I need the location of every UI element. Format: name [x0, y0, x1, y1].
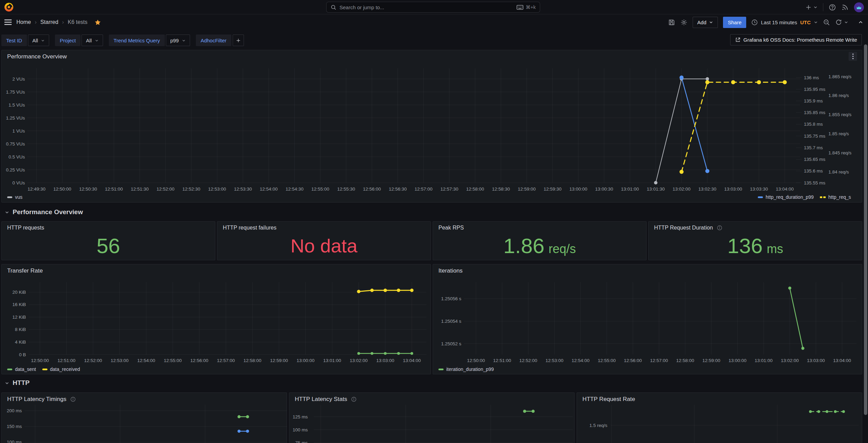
section-http[interactable]: HTTP — [5, 379, 30, 387]
legend-swatch — [438, 369, 444, 370]
chevron-down-icon — [5, 210, 9, 214]
top-nav-bar: Search or jump to... ⌘+k — [0, 0, 868, 14]
panel-title[interactable]: Peak RPS — [438, 225, 464, 231]
external-link-icon — [735, 37, 741, 43]
panel-performance-overview: Performance Overview vus http_req_durati… — [1, 50, 862, 203]
variable-label-project[interactable]: Project — [55, 34, 81, 46]
panel-transfer-rate: Transfer Rate data_sent data_received — [1, 264, 431, 374]
stat-value: 56 — [2, 232, 215, 260]
variable-trend-metrics-query: Trend Metrics Query p99 — [109, 34, 190, 46]
legend-right: http_req_duration_p99 http_req_s — [758, 194, 851, 200]
panel-title[interactable]: HTTP request failures — [223, 225, 276, 231]
info-icon[interactable] — [70, 397, 76, 402]
variable-project: Project All — [55, 34, 103, 46]
variable-label-trend-metrics-query[interactable]: Trend Metrics Query — [109, 34, 165, 46]
collapse-caret-icon[interactable] — [858, 20, 863, 25]
stat-value: 1.86req/s — [433, 232, 646, 260]
variables-row: Test ID All Project All Trend Metrics Qu… — [1, 34, 244, 46]
add-button[interactable]: Add — [693, 17, 718, 28]
breadcrumb-starred[interactable]: Starred — [40, 19, 58, 25]
panel-title[interactable]: HTTP Request Rate — [582, 396, 635, 403]
legend: data_sent data_received — [7, 366, 80, 372]
breadcrumb-separator: › — [35, 19, 37, 26]
panel-http-request-failures: HTTP request failures No data — [217, 221, 431, 260]
search-shortcut: ⌘+k — [517, 4, 536, 10]
add-filter-button[interactable] — [233, 34, 244, 46]
chevron-down-icon — [5, 381, 9, 385]
breadcrumb-current: K6 tests — [68, 19, 88, 25]
refresh-icon[interactable] — [835, 19, 848, 26]
timezone-label: UTC — [800, 19, 811, 25]
panel-menu-kebab-icon[interactable] — [849, 52, 857, 61]
panel-title[interactable]: Transfer Rate — [7, 267, 43, 274]
breadcrumb-home[interactable]: Home — [16, 19, 31, 25]
help-icon[interactable] — [829, 4, 836, 11]
panel-http-latency-timings: HTTP Latency Timings — [1, 392, 287, 443]
panel-iterations: Iterations iteration_duration_p99 — [433, 264, 862, 374]
panel-title[interactable]: HTTP Request Duration — [654, 225, 722, 231]
variable-value-trend-metrics-query[interactable]: p99 — [166, 34, 190, 46]
panel-title[interactable]: HTTP Latency Stats — [295, 396, 357, 403]
legend-swatch — [42, 369, 47, 370]
section-performance-overview[interactable]: Performance Overview — [5, 208, 83, 216]
dashboard-toolbar: Add Share Last 15 minutes UTC — [668, 15, 863, 30]
search-placeholder: Search or jump to... — [339, 4, 513, 10]
user-avatar[interactable] — [854, 2, 864, 12]
docs-link-button[interactable]: Grafana k6 OSS Docs: Prometheus Remote W… — [730, 34, 862, 45]
news-rss-icon[interactable] — [841, 4, 849, 11]
variable-test-id: Test ID All — [1, 34, 49, 46]
legend: vus — [7, 194, 23, 200]
add-icon[interactable] — [805, 4, 818, 11]
panel-http-requests: HTTP requests 56 — [1, 221, 215, 260]
time-range-picker[interactable]: Last 15 minutes UTC — [751, 19, 818, 26]
grafana-logo[interactable] — [4, 2, 14, 12]
info-icon[interactable] — [717, 225, 722, 231]
panel-peak-rps: Peak RPS 1.86req/s — [433, 221, 647, 260]
legend-swatch — [758, 196, 763, 198]
settings-gear-icon[interactable] — [680, 19, 688, 26]
legend-item-vus[interactable]: vus — [7, 194, 23, 200]
panel-http-latency-stats: HTTP Latency Stats — [289, 392, 575, 443]
panel-http-request-duration: HTTP Request Duration 136ms — [648, 221, 862, 260]
adhoc-filter: AdhocFilter — [196, 34, 244, 46]
breadcrumb-separator: › — [62, 19, 64, 26]
panel-http-request-rate: HTTP Request Rate — [577, 392, 862, 443]
legend-item-data-received[interactable]: data_received — [42, 366, 80, 372]
scrollbar-thumb[interactable] — [864, 44, 867, 415]
variable-label-test-id[interactable]: Test ID — [1, 34, 27, 46]
adhoc-filter-label[interactable]: AdhocFilter — [196, 34, 231, 46]
top-nav-actions — [805, 0, 864, 14]
chevron-down-icon — [95, 39, 99, 42]
zoom-out-icon[interactable] — [823, 19, 830, 26]
stat-value: 136ms — [649, 232, 862, 260]
keyboard-icon — [517, 5, 523, 10]
divider — [823, 3, 823, 11]
legend-item-http-req-duration[interactable]: http_req_duration_p99 — [758, 194, 814, 200]
breadcrumb: Home › Starred › K6 tests — [16, 19, 87, 26]
chevron-down-icon — [814, 20, 818, 24]
menu-hamburger-icon[interactable] — [4, 19, 12, 25]
clock-icon — [751, 19, 758, 26]
legend-item-iteration-duration[interactable]: iteration_duration_p99 — [438, 366, 494, 372]
panel-title[interactable]: Performance Overview — [7, 53, 67, 60]
scrollbar-track[interactable] — [863, 14, 868, 443]
variable-value-project[interactable]: All — [82, 34, 103, 46]
legend-item-http-req-s[interactable]: http_req_s — [820, 194, 851, 200]
info-icon[interactable] — [351, 397, 357, 402]
favorite-star-icon[interactable] — [95, 19, 101, 26]
legend-swatch — [820, 196, 826, 198]
variable-value-test-id[interactable]: All — [28, 34, 49, 46]
search-input[interactable]: Search or jump to... ⌘+k — [326, 2, 540, 13]
panel-title[interactable]: HTTP Latency Timings — [7, 396, 76, 403]
legend-swatch — [7, 369, 12, 370]
save-dashboard-icon[interactable] — [668, 19, 675, 26]
legend: iteration_duration_p99 — [438, 366, 494, 372]
share-button[interactable]: Share — [723, 17, 746, 28]
panel-title[interactable]: HTTP requests — [7, 225, 44, 231]
legend-item-data-sent[interactable]: data_sent — [7, 366, 36, 372]
search-icon — [331, 4, 336, 10]
panel-title[interactable]: Iterations — [438, 267, 463, 274]
chevron-down-icon — [182, 39, 186, 42]
time-range-label: Last 15 minutes — [761, 19, 797, 25]
stat-value: No data — [217, 232, 431, 260]
